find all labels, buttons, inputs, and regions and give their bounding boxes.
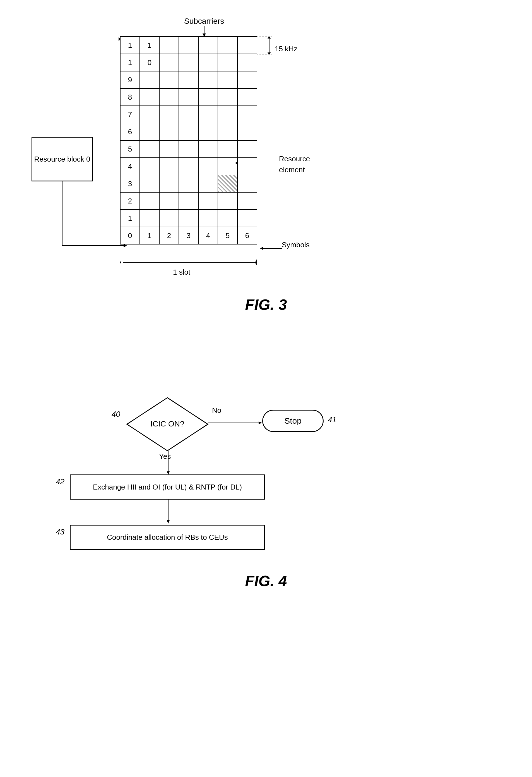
table-row: 6 xyxy=(120,123,257,140)
table-row: 0 1 2 3 4 5 6 xyxy=(120,227,257,244)
resource-element-label: Resourceelement xyxy=(279,153,310,175)
table-row: 1 1 xyxy=(120,36,257,54)
fig3-caption: FIG. 3 xyxy=(245,296,287,313)
khz-bracket xyxy=(257,36,301,73)
svg-marker-16 xyxy=(260,247,263,250)
fig4-caption: FIG. 4 xyxy=(245,572,287,589)
exchange-hii-box: Exchange HII and OI (for UL) & RNTP (for… xyxy=(70,474,265,500)
page: Subcarriers Resource block 0 xyxy=(0,0,532,777)
svg-text:ICIC ON?: ICIC ON? xyxy=(150,420,184,428)
table-row: 9 xyxy=(120,71,257,89)
khz-label: 15 kHz xyxy=(275,45,297,53)
svg-marker-14 xyxy=(235,161,238,165)
table-row: 8 xyxy=(120,89,257,106)
grid-table: 1 1 1 0 xyxy=(120,36,257,244)
node-43-label: 43 xyxy=(56,528,64,536)
no-label: No xyxy=(212,406,221,415)
stop-shape: Stop xyxy=(262,410,323,432)
resource-element-arrow xyxy=(234,159,279,168)
svg-marker-25 xyxy=(259,422,262,424)
table-row: 7 xyxy=(120,106,257,123)
svg-marker-29 xyxy=(167,520,170,524)
subcarriers-label: Subcarriers xyxy=(184,17,224,37)
table-row: 5 xyxy=(120,140,257,158)
table-row: 3 xyxy=(120,175,257,192)
svg-marker-12 xyxy=(268,52,271,55)
fig4-section: 40 ICIC ON? No Stop 41 Yes xyxy=(0,391,532,777)
box1-to-box2-arrow xyxy=(167,500,170,525)
no-arrow xyxy=(208,422,264,424)
symbols-label: Symbols xyxy=(282,241,310,249)
slot-label: 1 slot xyxy=(173,268,190,276)
node-41-label: 41 xyxy=(328,415,337,424)
table-row: 1 0 xyxy=(120,54,257,71)
diamond-shape: ICIC ON? xyxy=(126,396,209,452)
table-row: 2 xyxy=(120,192,257,210)
table-row: 1 xyxy=(120,210,257,227)
fig3-section: Subcarriers Resource block 0 xyxy=(0,11,532,374)
yes-arrow xyxy=(167,451,170,476)
coordinate-allocation-box: Coordinate allocation of RBs to CEUs xyxy=(70,525,265,550)
svg-marker-11 xyxy=(268,36,271,38)
node-40-label: 40 xyxy=(112,410,120,419)
node-42-label: 42 xyxy=(56,477,64,486)
